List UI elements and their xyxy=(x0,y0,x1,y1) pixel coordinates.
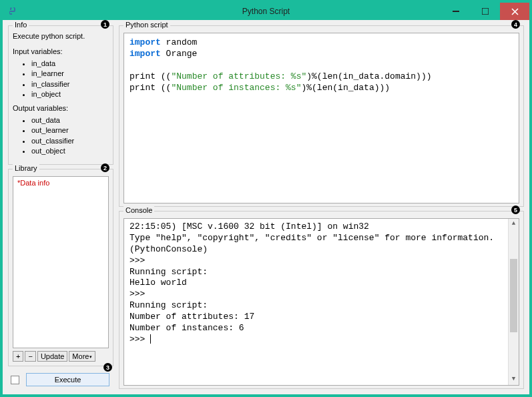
info-body: Execute python script. Input variables: … xyxy=(13,30,109,156)
svg-rect-0 xyxy=(453,11,459,12)
script-badge: 4 xyxy=(511,20,520,29)
output-vars-heading: Output variables: xyxy=(13,103,109,113)
console-text: 22:15:05) [MSC v.1600 32 bit (Intel)] on… xyxy=(129,222,494,344)
console-group: Console 5 22:15:05) [MSC v.1600 32 bit (… xyxy=(119,211,524,389)
library-item[interactable]: *Data info xyxy=(17,179,104,187)
svg-rect-1 xyxy=(482,8,489,15)
content-area: Info 1 Execute python script. Input vari… xyxy=(3,20,529,394)
remove-button[interactable]: − xyxy=(25,351,35,362)
update-button[interactable]: Update xyxy=(37,351,67,362)
execute-button[interactable]: Execute xyxy=(26,373,109,386)
scroll-up-icon[interactable]: ▲ xyxy=(509,219,519,230)
library-group: Library 2 *Data info + − Update More xyxy=(8,169,113,366)
maximize-button[interactable] xyxy=(471,3,500,20)
list-item: out_learner xyxy=(31,125,109,135)
script-label: Python script xyxy=(123,21,170,29)
list-item: in_object xyxy=(31,89,109,99)
output-vars-list: out_data out_learner out_classifier out_… xyxy=(31,115,109,157)
titlebar: Python Script xyxy=(3,3,529,20)
info-description: Execute python script. xyxy=(13,31,109,41)
library-buttons: + − Update More xyxy=(13,351,109,362)
window-controls xyxy=(441,3,529,20)
cursor xyxy=(150,334,151,344)
minimize-button[interactable] xyxy=(441,3,471,20)
console-scrollbar[interactable]: ▲ ▼ xyxy=(508,219,519,385)
library-badge: 2 xyxy=(101,163,109,172)
execute-badge: 3 xyxy=(103,363,112,372)
list-item: in_classifier xyxy=(31,79,109,89)
input-vars-heading: Input variables: xyxy=(13,47,109,57)
info-badge: 1 xyxy=(101,20,109,29)
library-list[interactable]: *Data info xyxy=(13,176,109,348)
execute-row: 3 Execute xyxy=(8,370,113,389)
more-button[interactable]: More xyxy=(69,351,95,362)
info-label: Info xyxy=(13,21,29,29)
auto-execute-checkbox[interactable] xyxy=(11,376,19,384)
script-editor[interactable]: import random import Orange print (("Num… xyxy=(123,33,519,204)
scroll-down-icon[interactable]: ▼ xyxy=(509,374,519,385)
list-item: out_classifier xyxy=(31,136,109,146)
input-vars-list: in_data in_learner in_classifier in_obje… xyxy=(31,59,109,100)
scroll-thumb[interactable] xyxy=(510,259,517,332)
script-group: Python script 4 import random import Ora… xyxy=(119,25,524,207)
close-button[interactable] xyxy=(500,3,529,20)
right-column: Python script 4 import random import Ora… xyxy=(119,25,524,389)
left-column: Info 1 Execute python script. Input vari… xyxy=(8,25,113,389)
library-label: Library xyxy=(13,164,39,172)
window-title: Python Script xyxy=(242,7,290,16)
console-label: Console xyxy=(123,206,154,214)
list-item: in_data xyxy=(31,59,109,69)
console-badge: 5 xyxy=(511,206,520,214)
info-group: Info 1 Execute python script. Input vari… xyxy=(8,25,113,165)
console-output[interactable]: 22:15:05) [MSC v.1600 32 bit (Intel)] on… xyxy=(124,219,508,385)
console-area: 22:15:05) [MSC v.1600 32 bit (Intel)] on… xyxy=(123,218,519,386)
app-icon xyxy=(7,6,17,17)
list-item: out_object xyxy=(31,146,109,156)
list-item: out_data xyxy=(31,115,109,125)
add-button[interactable]: + xyxy=(13,351,23,362)
list-item: in_learner xyxy=(31,69,109,79)
app-window: Python Script Info 1 Execute python scri… xyxy=(3,3,529,394)
